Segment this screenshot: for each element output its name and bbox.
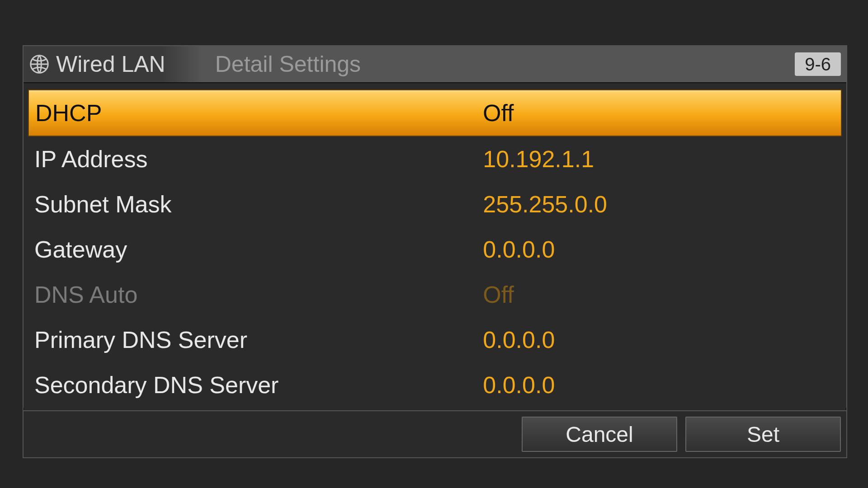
breadcrumb-active-label: Wired LAN <box>56 51 165 77</box>
row-label: DNS Auto <box>34 281 483 308</box>
row-label: Subnet Mask <box>34 191 483 218</box>
set-button[interactable]: Set <box>685 417 841 452</box>
row-value: 10.192.1.1 <box>483 145 835 173</box>
row-value: Off <box>483 99 835 127</box>
breadcrumb-inactive: Detail Settings <box>202 46 846 82</box>
globe-icon <box>29 54 50 75</box>
page-number-badge: 9-6 <box>795 52 841 76</box>
settings-list: DHCP Off IP Address 10.192.1.1 Subnet Ma… <box>24 83 846 408</box>
cancel-button[interactable]: Cancel <box>522 417 677 452</box>
row-label: IP Address <box>34 145 483 173</box>
row-label: Secondary DNS Server <box>34 371 483 399</box>
settings-panel: Wired LAN Detail Settings 9-6 DHCP Off I… <box>23 45 847 458</box>
row-value: 0.0.0.0 <box>483 326 835 353</box>
row-ip-address[interactable]: IP Address 10.192.1.1 <box>28 136 842 182</box>
row-label: DHCP <box>35 99 483 127</box>
row-label: Gateway <box>34 236 483 263</box>
row-subnet-mask[interactable]: Subnet Mask 255.255.0.0 <box>28 182 842 227</box>
footer-buttons: Cancel Set <box>24 410 846 457</box>
row-secondary-dns[interactable]: Secondary DNS Server 0.0.0.0 <box>28 362 842 408</box>
row-primary-dns[interactable]: Primary DNS Server 0.0.0.0 <box>28 317 842 362</box>
breadcrumb: Wired LAN Detail Settings 9-6 <box>24 46 846 83</box>
row-dhcp[interactable]: DHCP Off <box>28 89 842 136</box>
row-dns-auto: DNS Auto Off <box>28 272 842 317</box>
row-value: 0.0.0.0 <box>483 236 835 263</box>
row-label: Primary DNS Server <box>34 326 483 353</box>
row-value: 255.255.0.0 <box>483 191 835 218</box>
row-value: 0.0.0.0 <box>483 371 835 399</box>
breadcrumb-active: Wired LAN <box>24 46 202 82</box>
breadcrumb-inactive-label: Detail Settings <box>215 51 361 77</box>
row-value: Off <box>483 281 835 308</box>
row-gateway[interactable]: Gateway 0.0.0.0 <box>28 227 842 272</box>
